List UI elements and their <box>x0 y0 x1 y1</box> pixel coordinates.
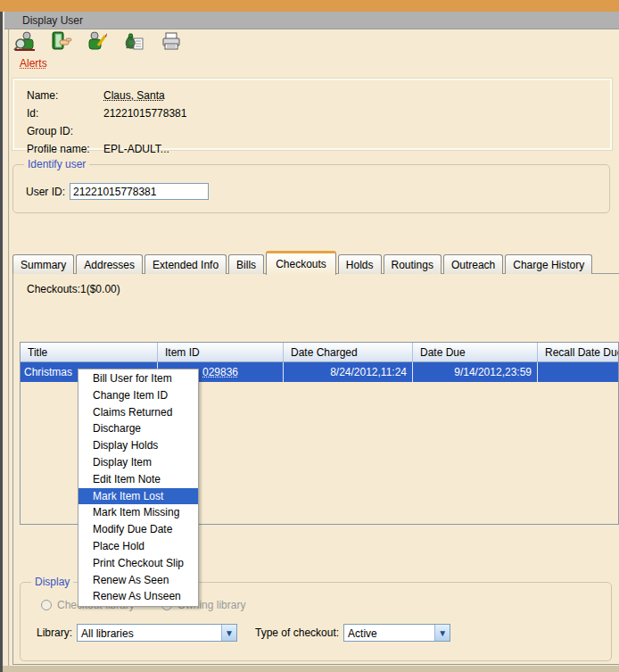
library-select[interactable]: All libraries ▼ <box>77 624 237 642</box>
context-menu-item[interactable]: Place Hold <box>78 538 198 555</box>
identify-user-legend: Identify user <box>24 158 89 170</box>
window-bottom-bar <box>3 666 619 672</box>
chevron-down-icon: ▼ <box>438 628 447 638</box>
tab[interactable]: Checkouts <box>266 251 336 275</box>
titlebar: Display User <box>4 12 619 29</box>
user-summary-value: Claus, Santa <box>103 87 165 104</box>
context-menu-item[interactable]: Modify Due Date <box>78 521 198 538</box>
chevron-down-icon: ▼ <box>225 628 234 638</box>
tab[interactable]: Bills <box>228 254 264 274</box>
type-of-checkout-select[interactable]: Active ▼ <box>343 624 450 642</box>
context-menu-item[interactable]: Renew As Unseen <box>78 588 198 605</box>
user-summary-label: Name: <box>27 87 103 104</box>
display-user-window: Display User <box>0 0 619 672</box>
context-menu-item[interactable]: Change Item ID <box>78 387 198 404</box>
user-summary-value: EPL-ADULT... <box>103 140 169 158</box>
cell-recall-date-due <box>537 362 618 382</box>
tab[interactable]: Summary <box>12 254 74 274</box>
context-menu-item[interactable]: Mark Item Missing <box>78 504 198 521</box>
identify-user-group: Identify user User ID: <box>12 164 610 213</box>
column-header-recall-date-due[interactable]: Recall Date Due <box>537 343 618 361</box>
toolbar <box>12 29 184 53</box>
item-id-link[interactable]: 029836 <box>202 366 238 378</box>
context-menu-item[interactable]: Display Item <box>78 454 198 471</box>
library-select-value: All libraries <box>78 625 221 641</box>
tab[interactable]: Extended Info <box>144 254 227 274</box>
user-summary-row: Profile name: EPL-ADULT... <box>27 140 610 158</box>
tab-bar: Summary Addresses Extended Info Bills Ch… <box>12 252 594 274</box>
print-icon[interactable] <box>159 29 184 53</box>
user-summary-row: Group ID: <box>27 122 610 140</box>
display-legend: Display <box>31 576 73 588</box>
type-of-checkout-value: Active <box>344 625 434 641</box>
context-menu-item[interactable]: Print Checkout Slip <box>78 555 198 572</box>
user-summary-value: 21221015778381 <box>103 104 186 122</box>
user-summary-row: Name: Claus, Santa <box>27 87 610 104</box>
user-id-label: User ID: <box>26 186 65 198</box>
panel-divider-line <box>8 29 10 666</box>
library-label: Library: <box>37 626 72 639</box>
type-of-checkout-arrow: ▼ <box>434 625 450 641</box>
card-hand-icon[interactable] <box>49 29 74 53</box>
tab[interactable]: Holds <box>338 254 382 274</box>
context-menu-item[interactable]: Discharge <box>78 420 198 437</box>
tab[interactable]: Outreach <box>443 254 503 274</box>
window-top-accent-bar <box>0 0 619 12</box>
modify-user-icon[interactable] <box>86 29 111 53</box>
cell-date-charged: 8/24/2012,11:24 <box>283 362 412 382</box>
tab[interactable]: Addresses <box>76 254 143 274</box>
context-menu-item[interactable]: Bill User for Item <box>78 370 198 387</box>
library-select-arrow: ▼ <box>221 625 236 641</box>
context-menu-item[interactable]: Claims Returned <box>78 404 198 421</box>
window-left-highlight <box>3 12 4 672</box>
checkouts-table-header: Title Item ID Date Charged Date Due Reca… <box>21 343 618 362</box>
user-summary-label: Id: <box>27 104 103 122</box>
user-summary-label: Profile name: <box>27 140 103 158</box>
tab[interactable]: Charge History <box>505 254 592 274</box>
user-summary-row: Id: 21221015778381 <box>27 104 610 122</box>
radio-button[interactable] <box>41 600 52 610</box>
column-header-date-due[interactable]: Date Due <box>412 343 537 361</box>
user-summary-panel: Name: Claus, Santa Id: 21221015778381 Gr… <box>12 79 612 150</box>
checkout-context-menu: Bill User for Item Change Item ID Claims… <box>78 369 199 607</box>
bill-search-icon[interactable] <box>122 29 147 53</box>
alerts-link[interactable]: Alerts <box>20 57 47 70</box>
column-header-item-id[interactable]: Item ID <box>157 343 283 361</box>
context-menu-item[interactable]: Display Holds <box>78 437 198 454</box>
type-of-checkout-label: Type of checkout: <box>255 626 339 639</box>
context-menu-item[interactable]: Mark Item Lost <box>78 488 198 505</box>
tab[interactable]: Routings <box>384 254 442 274</box>
checkouts-summary: Checkouts:1($0.00) <box>27 283 120 295</box>
cell-date-due: 9/14/2012,23:59 <box>412 362 537 382</box>
column-header-date-charged[interactable]: Date Charged <box>283 343 412 361</box>
context-menu-item[interactable]: Edit Item Note <box>78 471 198 488</box>
context-menu-item[interactable]: Renew As Seen <box>78 572 198 589</box>
user-id-input[interactable] <box>70 183 209 200</box>
user-search-icon[interactable] <box>12 29 37 53</box>
window-title: Display User <box>22 14 83 27</box>
column-header-title[interactable]: Title <box>21 343 157 361</box>
user-summary-label: Group ID: <box>27 122 103 140</box>
